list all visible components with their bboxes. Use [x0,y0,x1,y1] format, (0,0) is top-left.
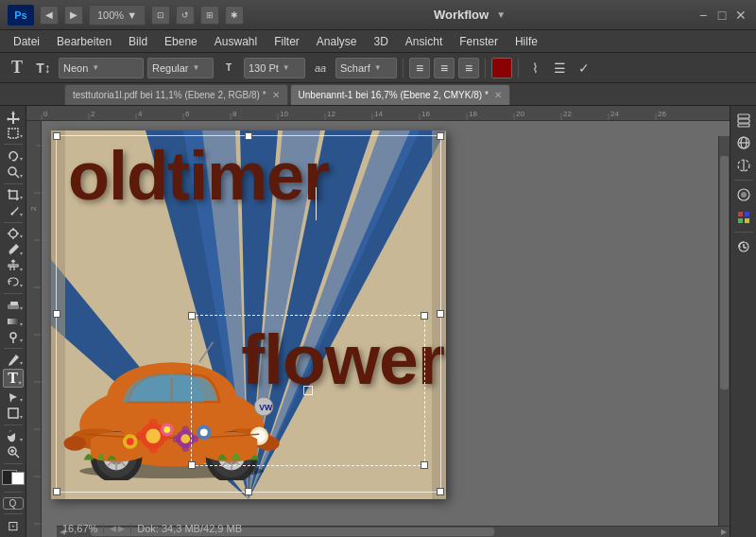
text-color-swatch[interactable] [491,58,512,78]
minimize-button[interactable]: − [696,8,711,23]
font-style-select[interactable]: Regular ▼ [147,58,214,78]
tab-testtutorial-close[interactable]: ✕ [272,90,280,100]
hand-tool[interactable]: ▾ [3,428,24,442]
text-type-icon[interactable]: T [6,57,28,79]
svg-rect-49 [26,121,42,537]
svg-text:2: 2 [29,206,38,211]
commit-button[interactable]: ✓ [574,58,594,78]
vertical-scrollbar[interactable] [718,136,730,526]
history-panel-button[interactable] [733,236,754,257]
doc-info: Dok: 34,3 MB/42,9 MB [137,523,242,534]
svg-point-103 [148,419,158,428]
3d-panel-button[interactable] [733,132,754,153]
path-selection-tool[interactable]: ▾ [3,390,24,404]
vscroll-thumb[interactable] [720,156,729,390]
eyedropper-tool[interactable]: ▾ [3,203,24,217]
zoom-tool[interactable] [3,445,24,459]
pen-tool[interactable]: ▾ [3,353,24,367]
svg-point-109 [181,425,189,433]
right-panel-sep2 [734,232,753,233]
svg-text:12: 12 [327,110,335,118]
text-tool[interactable]: T ▾ [3,369,24,388]
menu-bar: Datei Bearbeiten Bild Ebene Auswahl Filt… [0,30,756,53]
lasso-tool[interactable]: ▾ [3,148,24,163]
svg-rect-134 [738,218,743,223]
zoom-display[interactable]: 100% ▼ [89,5,146,26]
move-tool[interactable] [3,110,24,124]
align-left-button[interactable]: ≡ [409,58,430,78]
view-mode-button[interactable]: ⊞ [200,6,219,25]
tab-testtutorial[interactable]: testtutoria1l.pdf bei 11,1% (Ebene 2, RG… [64,84,288,105]
adjustments-panel-button[interactable] [733,155,754,176]
svg-point-118 [163,426,170,433]
svg-rect-11 [10,302,18,305]
shape-tool[interactable]: ▾ [3,406,24,420]
history-forward-button[interactable]: ▶ [64,6,83,25]
font-size-select[interactable]: 130 Pt ▼ [244,58,305,78]
color-picker[interactable] [2,470,25,484]
layers-panel-button[interactable] [733,110,754,130]
menu-ebene[interactable]: Ebene [157,33,205,50]
antialias-select[interactable]: Scharf ▼ [335,58,397,78]
status-sep1 [103,523,104,534]
svg-rect-135 [745,218,749,223]
text-orientation-icon[interactable]: T↕ [32,57,55,79]
align-center-button[interactable]: ≡ [434,58,455,78]
restore-button[interactable]: □ [714,8,730,23]
warp-text-button[interactable]: ⌇ [524,58,545,78]
antialias-value: Scharf [340,62,370,74]
color-panel-button[interactable] [733,184,754,205]
tab-unbenannt[interactable]: Unbenannt-1 bei 16,7% (Ebene 2, CMYK/8) … [290,84,510,105]
quick-mask-mode[interactable]: Q [3,497,24,510]
svg-rect-12 [8,319,19,324]
tool-sep-5 [4,348,23,349]
swatches-panel-button[interactable] [733,207,754,228]
dodge-tool[interactable]: ▾ [3,330,24,344]
brush-tool[interactable]: ▾ [3,242,24,256]
menu-auswahl[interactable]: Auswahl [207,33,265,50]
align-right-button[interactable]: ≡ [458,58,479,78]
character-panel-button[interactable]: ☰ [549,58,570,78]
text-cursor [316,187,317,220]
ruler-left: 0 2 [26,121,42,537]
workflow-dropdown-arrow[interactable]: ▼ [496,9,506,20]
marquee-tool[interactable]: ▾ [3,126,24,140]
ps-logo: Ps [8,5,34,26]
menu-analyse[interactable]: Analyse [309,33,365,50]
quick-select-tool[interactable]: ▾ [3,165,24,179]
svg-point-108 [180,434,190,443]
tab-unbenannt-label: Unbenannt-1 bei 16,7% (Ebene 2, CMYK/8) … [299,90,489,100]
zoom-nav[interactable]: ◀ ▶ [110,524,125,533]
rotate-button[interactable]: ↺ [176,6,195,25]
menu-hilfe[interactable]: Hilfe [507,33,545,50]
font-family-arrow: ▼ [92,63,99,72]
svg-point-102 [146,428,161,443]
menu-fenster[interactable]: Fenster [452,33,506,50]
tab-unbenannt-close[interactable]: ✕ [494,90,502,100]
font-size-value: 130 Pt [249,62,279,74]
svg-line-17 [15,454,19,458]
menu-ansicht[interactable]: Ansicht [398,33,450,50]
background-color[interactable] [11,472,25,485]
zoom-fit-button[interactable]: ⊡ [151,6,170,25]
menu-datei[interactable]: Datei [6,33,47,50]
extra-button[interactable]: ✱ [225,6,244,25]
menu-bearbeiten[interactable]: Bearbeiten [49,33,119,50]
crop-tool[interactable]: ▾ [3,187,24,201]
clone-stamp-tool[interactable]: ▾ [3,259,24,273]
main-area: ▾ ▾ ▾ ▾ ▾ ▾ ▾ [0,106,756,537]
font-family-select[interactable]: Neon ▼ [59,58,144,78]
eraser-tool[interactable]: ▾ [3,298,24,312]
gradient-tool[interactable]: ▾ [3,314,24,328]
healing-brush-tool[interactable]: ▾ [3,226,24,240]
menu-filter[interactable]: Filter [266,33,307,50]
tab-testtutorial-label: testtutoria1l.pdf bei 11,1% (Ebene 2, RG… [73,90,266,100]
screen-mode-button[interactable]: ⊡ [3,518,24,533]
history-brush-tool[interactable]: ▾ [3,275,24,289]
svg-text:26: 26 [658,110,666,118]
history-back-button[interactable]: ◀ [40,6,59,25]
menu-3d[interactable]: 3D [367,33,396,50]
document-canvas[interactable]: oldtimer flower [51,130,446,499]
menu-bild[interactable]: Bild [121,33,155,50]
close-button[interactable]: ✕ [733,8,748,23]
